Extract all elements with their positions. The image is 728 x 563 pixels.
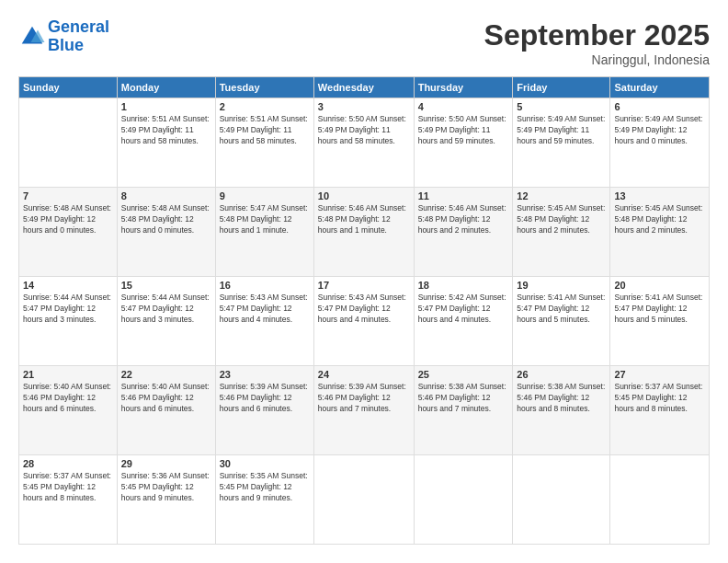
week-row-1: 1Sunrise: 5:51 AM Sunset: 5:49 PM Daylig… [19,98,710,188]
day-info: Sunrise: 5:49 AM Sunset: 5:49 PM Dayligh… [517,114,606,147]
col-monday: Monday [117,77,215,98]
day-number: 11 [418,190,509,201]
logo: General Blue [18,18,109,55]
day-number: 29 [121,458,211,469]
header: General Blue September 2025 Naringgul, I… [18,18,710,67]
day-number: 28 [23,458,113,469]
day-info: Sunrise: 5:43 AM Sunset: 5:47 PM Dayligh… [220,293,310,326]
day-number: 2 [220,101,310,112]
header-row: Sunday Monday Tuesday Wednesday Thursday… [19,77,710,98]
day-number: 20 [614,280,705,291]
table-row: 15Sunrise: 5:44 AM Sunset: 5:47 PM Dayli… [117,277,215,366]
day-number: 3 [318,101,410,112]
table-row: 20Sunrise: 5:41 AM Sunset: 5:47 PM Dayli… [610,277,710,366]
day-number: 30 [220,458,310,469]
day-info: Sunrise: 5:48 AM Sunset: 5:49 PM Dayligh… [23,203,113,236]
table-row: 9Sunrise: 5:47 AM Sunset: 5:48 PM Daylig… [215,188,313,277]
table-row: 14Sunrise: 5:44 AM Sunset: 5:47 PM Dayli… [19,277,118,366]
day-info: Sunrise: 5:50 AM Sunset: 5:49 PM Dayligh… [418,114,509,147]
table-row: 25Sunrise: 5:38 AM Sunset: 5:46 PM Dayli… [414,366,513,455]
calendar-table: Sunday Monday Tuesday Wednesday Thursday… [18,76,710,545]
day-number: 1 [121,101,211,112]
table-row: 5Sunrise: 5:49 AM Sunset: 5:49 PM Daylig… [513,98,610,188]
table-row: 7Sunrise: 5:48 AM Sunset: 5:49 PM Daylig… [19,188,118,277]
day-info: Sunrise: 5:45 AM Sunset: 5:48 PM Dayligh… [517,203,606,236]
day-info: Sunrise: 5:38 AM Sunset: 5:46 PM Dayligh… [517,382,606,415]
col-saturday: Saturday [610,77,710,98]
table-row [414,455,513,545]
day-number: 4 [418,101,509,112]
day-number: 21 [23,369,113,380]
page: General Blue September 2025 Naringgul, I… [0,0,728,563]
day-info: Sunrise: 5:42 AM Sunset: 5:47 PM Dayligh… [418,293,509,326]
col-wednesday: Wednesday [313,77,414,98]
day-number: 6 [614,101,705,112]
table-row: 27Sunrise: 5:37 AM Sunset: 5:45 PM Dayli… [610,366,710,455]
table-row: 13Sunrise: 5:45 AM Sunset: 5:48 PM Dayli… [610,188,710,277]
table-row: 6Sunrise: 5:49 AM Sunset: 5:49 PM Daylig… [610,98,710,188]
table-row: 16Sunrise: 5:43 AM Sunset: 5:47 PM Dayli… [215,277,313,366]
day-number: 5 [517,101,606,112]
day-info: Sunrise: 5:43 AM Sunset: 5:47 PM Dayligh… [318,293,410,326]
table-row: 26Sunrise: 5:38 AM Sunset: 5:46 PM Dayli… [513,366,610,455]
day-info: Sunrise: 5:37 AM Sunset: 5:45 PM Dayligh… [614,382,705,415]
day-number: 19 [517,280,606,291]
day-info: Sunrise: 5:46 AM Sunset: 5:48 PM Dayligh… [318,203,410,236]
day-number: 27 [614,369,705,380]
day-info: Sunrise: 5:37 AM Sunset: 5:45 PM Dayligh… [23,471,113,504]
day-number: 24 [318,369,410,380]
month-title: September 2025 [484,18,710,52]
table-row: 22Sunrise: 5:40 AM Sunset: 5:46 PM Dayli… [117,366,215,455]
day-number: 15 [121,280,211,291]
logo-blue: Blue [48,36,84,54]
day-info: Sunrise: 5:40 AM Sunset: 5:46 PM Dayligh… [121,382,211,415]
day-info: Sunrise: 5:40 AM Sunset: 5:46 PM Dayligh… [23,382,113,415]
day-info: Sunrise: 5:35 AM Sunset: 5:45 PM Dayligh… [220,471,310,504]
day-number: 13 [614,190,705,201]
table-row: 3Sunrise: 5:50 AM Sunset: 5:49 PM Daylig… [313,98,414,188]
table-row: 30Sunrise: 5:35 AM Sunset: 5:45 PM Dayli… [215,455,313,545]
day-number: 12 [517,190,606,201]
day-info: Sunrise: 5:44 AM Sunset: 5:47 PM Dayligh… [23,293,113,326]
table-row: 18Sunrise: 5:42 AM Sunset: 5:47 PM Dayli… [414,277,513,366]
day-number: 26 [517,369,606,380]
table-row: 2Sunrise: 5:51 AM Sunset: 5:49 PM Daylig… [215,98,313,188]
day-info: Sunrise: 5:36 AM Sunset: 5:45 PM Dayligh… [121,471,211,504]
day-number: 9 [220,190,310,201]
day-info: Sunrise: 5:51 AM Sunset: 5:49 PM Dayligh… [220,114,310,147]
table-row: 21Sunrise: 5:40 AM Sunset: 5:46 PM Dayli… [19,366,118,455]
table-row: 10Sunrise: 5:46 AM Sunset: 5:48 PM Dayli… [313,188,414,277]
week-row-3: 14Sunrise: 5:44 AM Sunset: 5:47 PM Dayli… [19,277,710,366]
day-info: Sunrise: 5:44 AM Sunset: 5:47 PM Dayligh… [121,293,211,326]
table-row: 1Sunrise: 5:51 AM Sunset: 5:49 PM Daylig… [117,98,215,188]
table-row: 29Sunrise: 5:36 AM Sunset: 5:45 PM Dayli… [117,455,215,545]
day-number: 10 [318,190,410,201]
day-info: Sunrise: 5:46 AM Sunset: 5:48 PM Dayligh… [418,203,509,236]
table-row [313,455,414,545]
day-number: 22 [121,369,211,380]
logo-text: General Blue [48,18,109,55]
table-row [513,455,610,545]
week-row-4: 21Sunrise: 5:40 AM Sunset: 5:46 PM Dayli… [19,366,710,455]
day-info: Sunrise: 5:39 AM Sunset: 5:46 PM Dayligh… [318,382,410,415]
table-row [19,98,118,188]
day-number: 7 [23,190,113,201]
table-row: 12Sunrise: 5:45 AM Sunset: 5:48 PM Dayli… [513,188,610,277]
day-info: Sunrise: 5:38 AM Sunset: 5:46 PM Dayligh… [418,382,509,415]
table-row: 24Sunrise: 5:39 AM Sunset: 5:46 PM Dayli… [313,366,414,455]
week-row-5: 28Sunrise: 5:37 AM Sunset: 5:45 PM Dayli… [19,455,710,545]
logo-icon [18,23,46,51]
col-tuesday: Tuesday [215,77,313,98]
day-number: 18 [418,280,509,291]
col-sunday: Sunday [19,77,118,98]
day-number: 16 [220,280,310,291]
day-info: Sunrise: 5:47 AM Sunset: 5:48 PM Dayligh… [220,203,310,236]
day-info: Sunrise: 5:41 AM Sunset: 5:47 PM Dayligh… [614,293,705,326]
table-row: 11Sunrise: 5:46 AM Sunset: 5:48 PM Dayli… [414,188,513,277]
title-section: September 2025 Naringgul, Indonesia [484,18,710,67]
day-info: Sunrise: 5:51 AM Sunset: 5:49 PM Dayligh… [121,114,211,147]
day-info: Sunrise: 5:45 AM Sunset: 5:48 PM Dayligh… [614,203,705,236]
week-row-2: 7Sunrise: 5:48 AM Sunset: 5:49 PM Daylig… [19,188,710,277]
day-info: Sunrise: 5:39 AM Sunset: 5:46 PM Dayligh… [220,382,310,415]
day-number: 17 [318,280,410,291]
